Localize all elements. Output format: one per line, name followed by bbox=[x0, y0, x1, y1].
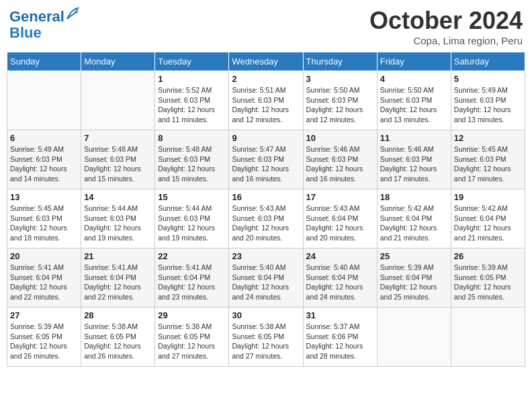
day-detail: Sunrise: 5:44 AM Sunset: 6:03 PM Dayligh… bbox=[158, 203, 226, 243]
day-number: 10 bbox=[306, 133, 374, 143]
day-number: 18 bbox=[380, 192, 448, 202]
logo-bird-icon bbox=[66, 7, 79, 21]
day-number: 17 bbox=[306, 192, 374, 202]
day-detail: Sunrise: 5:38 AM Sunset: 6:05 PM Dayligh… bbox=[158, 322, 226, 361]
calendar-cell: 31Sunrise: 5:37 AM Sunset: 6:06 PM Dayli… bbox=[303, 308, 377, 367]
day-number: 3 bbox=[306, 74, 374, 84]
calendar-subtitle: Copa, Lima region, Peru bbox=[369, 35, 523, 46]
day-number: 7 bbox=[84, 133, 152, 143]
day-detail: Sunrise: 5:38 AM Sunset: 6:05 PM Dayligh… bbox=[84, 322, 152, 361]
day-detail: Sunrise: 5:50 AM Sunset: 6:03 PM Dayligh… bbox=[380, 85, 448, 125]
calendar-cell: 9Sunrise: 5:47 AM Sunset: 6:03 PM Daylig… bbox=[229, 130, 303, 189]
day-detail: Sunrise: 5:47 AM Sunset: 6:03 PM Dayligh… bbox=[232, 144, 300, 184]
logo-general: General bbox=[9, 8, 64, 25]
calendar-cell: 8Sunrise: 5:48 AM Sunset: 6:03 PM Daylig… bbox=[155, 130, 229, 189]
calendar-cell: 10Sunrise: 5:46 AM Sunset: 6:03 PM Dayli… bbox=[303, 130, 377, 189]
week-row-5: 27Sunrise: 5:39 AM Sunset: 6:05 PM Dayli… bbox=[7, 308, 525, 367]
calendar-title: October 2024 bbox=[369, 7, 523, 35]
header-thursday: Thursday bbox=[303, 52, 377, 71]
day-detail: Sunrise: 5:41 AM Sunset: 6:04 PM Dayligh… bbox=[158, 263, 226, 302]
day-detail: Sunrise: 5:39 AM Sunset: 6:04 PM Dayligh… bbox=[380, 263, 448, 302]
day-number: 16 bbox=[232, 192, 300, 202]
calendar-cell: 12Sunrise: 5:45 AM Sunset: 6:03 PM Dayli… bbox=[451, 130, 525, 189]
day-number: 15 bbox=[158, 192, 226, 202]
day-detail: Sunrise: 5:37 AM Sunset: 6:06 PM Dayligh… bbox=[306, 322, 374, 361]
calendar-cell bbox=[451, 308, 525, 367]
calendar-cell: 13Sunrise: 5:45 AM Sunset: 6:03 PM Dayli… bbox=[7, 189, 81, 248]
day-detail: Sunrise: 5:42 AM Sunset: 6:04 PM Dayligh… bbox=[380, 203, 448, 243]
day-detail: Sunrise: 5:43 AM Sunset: 6:03 PM Dayligh… bbox=[232, 203, 300, 243]
day-number: 5 bbox=[454, 74, 522, 84]
day-detail: Sunrise: 5:40 AM Sunset: 6:04 PM Dayligh… bbox=[232, 263, 300, 302]
day-number: 22 bbox=[158, 251, 226, 261]
calendar-cell: 19Sunrise: 5:42 AM Sunset: 6:04 PM Dayli… bbox=[451, 189, 525, 248]
day-number: 11 bbox=[380, 133, 448, 143]
day-number: 29 bbox=[158, 310, 226, 320]
day-detail: Sunrise: 5:41 AM Sunset: 6:04 PM Dayligh… bbox=[10, 263, 78, 302]
week-row-1: 1Sunrise: 5:52 AM Sunset: 6:03 PM Daylig… bbox=[7, 71, 525, 130]
calendar-cell: 2Sunrise: 5:51 AM Sunset: 6:03 PM Daylig… bbox=[229, 71, 303, 130]
calendar-cell: 22Sunrise: 5:41 AM Sunset: 6:04 PM Dayli… bbox=[155, 248, 229, 308]
day-detail: Sunrise: 5:49 AM Sunset: 6:03 PM Dayligh… bbox=[10, 144, 78, 184]
day-detail: Sunrise: 5:50 AM Sunset: 6:03 PM Dayligh… bbox=[306, 85, 374, 125]
day-number: 23 bbox=[232, 251, 300, 261]
calendar-cell: 24Sunrise: 5:40 AM Sunset: 6:04 PM Dayli… bbox=[303, 248, 377, 308]
calendar-cell: 27Sunrise: 5:39 AM Sunset: 6:05 PM Dayli… bbox=[7, 308, 81, 367]
calendar-cell bbox=[81, 71, 155, 130]
calendar-cell: 15Sunrise: 5:44 AM Sunset: 6:03 PM Dayli… bbox=[155, 189, 229, 248]
day-number: 2 bbox=[232, 74, 300, 84]
day-number: 31 bbox=[306, 310, 374, 320]
day-number: 24 bbox=[306, 251, 374, 261]
header-tuesday: Tuesday bbox=[155, 52, 229, 71]
page-header: General Blue October 2024 Copa, Lima reg… bbox=[7, 7, 525, 46]
calendar-cell: 3Sunrise: 5:50 AM Sunset: 6:03 PM Daylig… bbox=[303, 71, 377, 130]
logo-text: General Blue bbox=[9, 7, 79, 41]
day-detail: Sunrise: 5:46 AM Sunset: 6:03 PM Dayligh… bbox=[380, 144, 448, 184]
day-detail: Sunrise: 5:48 AM Sunset: 6:03 PM Dayligh… bbox=[158, 144, 226, 184]
calendar-cell: 16Sunrise: 5:43 AM Sunset: 6:03 PM Dayli… bbox=[229, 189, 303, 248]
header-friday: Friday bbox=[377, 52, 451, 71]
header-wednesday: Wednesday bbox=[229, 52, 303, 71]
calendar-cell: 6Sunrise: 5:49 AM Sunset: 6:03 PM Daylig… bbox=[7, 130, 81, 189]
day-detail: Sunrise: 5:46 AM Sunset: 6:03 PM Dayligh… bbox=[306, 144, 374, 184]
day-number: 14 bbox=[84, 192, 152, 202]
day-detail: Sunrise: 5:45 AM Sunset: 6:03 PM Dayligh… bbox=[10, 203, 78, 243]
calendar-cell: 26Sunrise: 5:39 AM Sunset: 6:05 PM Dayli… bbox=[451, 248, 525, 308]
calendar-cell: 5Sunrise: 5:49 AM Sunset: 6:03 PM Daylig… bbox=[451, 71, 525, 130]
day-detail: Sunrise: 5:48 AM Sunset: 6:03 PM Dayligh… bbox=[84, 144, 152, 184]
day-number: 4 bbox=[380, 74, 448, 84]
calendar-cell: 18Sunrise: 5:42 AM Sunset: 6:04 PM Dayli… bbox=[377, 189, 451, 248]
calendar-cell: 7Sunrise: 5:48 AM Sunset: 6:03 PM Daylig… bbox=[81, 130, 155, 189]
day-number: 28 bbox=[84, 310, 152, 320]
calendar-cell: 25Sunrise: 5:39 AM Sunset: 6:04 PM Dayli… bbox=[377, 248, 451, 308]
logo-blue: Blue bbox=[9, 24, 42, 41]
day-number: 9 bbox=[232, 133, 300, 143]
week-row-3: 13Sunrise: 5:45 AM Sunset: 6:03 PM Dayli… bbox=[7, 189, 525, 248]
day-number: 6 bbox=[10, 133, 78, 143]
title-area: October 2024 Copa, Lima region, Peru bbox=[369, 7, 523, 46]
day-number: 30 bbox=[232, 310, 300, 320]
day-number: 26 bbox=[454, 251, 522, 261]
day-number: 19 bbox=[454, 192, 522, 202]
week-row-4: 20Sunrise: 5:41 AM Sunset: 6:04 PM Dayli… bbox=[7, 248, 525, 308]
day-detail: Sunrise: 5:41 AM Sunset: 6:04 PM Dayligh… bbox=[84, 263, 152, 302]
calendar-cell: 4Sunrise: 5:50 AM Sunset: 6:03 PM Daylig… bbox=[377, 71, 451, 130]
day-number: 8 bbox=[158, 133, 226, 143]
day-detail: Sunrise: 5:39 AM Sunset: 6:05 PM Dayligh… bbox=[454, 263, 522, 302]
calendar-cell: 23Sunrise: 5:40 AM Sunset: 6:04 PM Dayli… bbox=[229, 248, 303, 308]
day-detail: Sunrise: 5:40 AM Sunset: 6:04 PM Dayligh… bbox=[306, 263, 374, 302]
calendar-cell bbox=[7, 71, 81, 130]
calendar-cell: 28Sunrise: 5:38 AM Sunset: 6:05 PM Dayli… bbox=[81, 308, 155, 367]
day-detail: Sunrise: 5:49 AM Sunset: 6:03 PM Dayligh… bbox=[454, 85, 522, 125]
day-detail: Sunrise: 5:45 AM Sunset: 6:03 PM Dayligh… bbox=[454, 144, 522, 184]
calendar-cell: 21Sunrise: 5:41 AM Sunset: 6:04 PM Dayli… bbox=[81, 248, 155, 308]
day-number: 20 bbox=[10, 251, 78, 261]
day-number: 25 bbox=[380, 251, 448, 261]
header-sunday: Sunday bbox=[7, 52, 81, 71]
day-number: 1 bbox=[158, 74, 226, 84]
days-header-row: SundayMondayTuesdayWednesdayThursdayFrid… bbox=[7, 52, 525, 71]
calendar-cell: 11Sunrise: 5:46 AM Sunset: 6:03 PM Dayli… bbox=[377, 130, 451, 189]
day-number: 27 bbox=[10, 310, 78, 320]
day-number: 12 bbox=[454, 133, 522, 143]
calendar-cell: 17Sunrise: 5:43 AM Sunset: 6:04 PM Dayli… bbox=[303, 189, 377, 248]
